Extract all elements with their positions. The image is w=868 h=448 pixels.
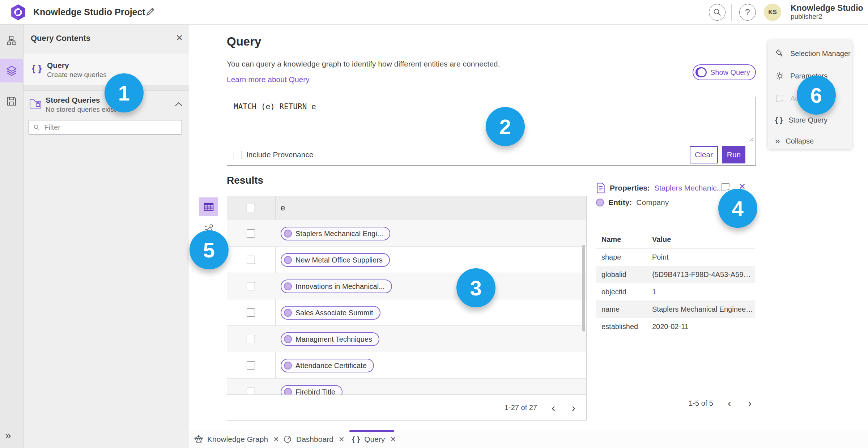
- help-icon[interactable]: ?: [739, 4, 756, 21]
- project-title: Knowledge Studio Project: [33, 7, 145, 17]
- table-row[interactable]: Sales Associate Summit: [227, 299, 586, 326]
- entity-dot-icon: [284, 282, 292, 290]
- table-row[interactable]: Staplers Mechanical Engi...: [227, 220, 586, 247]
- chevron-up-icon[interactable]: [175, 102, 183, 107]
- pagination-range: 1-5 of 5: [689, 399, 713, 408]
- table-row[interactable]: Managment Techniques: [227, 326, 586, 352]
- entity-pill[interactable]: Sales Associate Summit: [281, 306, 380, 320]
- tab-label: Knowledge Graph: [207, 435, 268, 444]
- menu-item-label: Collapse: [786, 137, 814, 145]
- learn-more-link[interactable]: Learn more about Query: [227, 75, 310, 84]
- entity-pill[interactable]: Firebird Title: [281, 385, 342, 394]
- entity-pill[interactable]: New Metal Office Suppliers: [281, 253, 390, 267]
- prev-page-icon[interactable]: ‹: [726, 398, 733, 409]
- show-query-toggle[interactable]: Show Query: [693, 64, 756, 80]
- property-row[interactable]: globalid {5D9B4713-F98D-4A53-A59F-C11...: [596, 266, 755, 283]
- entity-pill[interactable]: Staplers Mechanical Engi...: [281, 227, 390, 240]
- row-checkbox[interactable]: [247, 229, 255, 238]
- property-value: 2020-02-11: [652, 323, 755, 331]
- filter-input[interactable]: [43, 123, 177, 132]
- property-row[interactable]: shape Point: [596, 248, 755, 266]
- menu-item-selection-manager[interactable]: Selection Manager: [768, 46, 852, 61]
- entity-pill[interactable]: Managment Techniques: [281, 332, 379, 346]
- knowledge-graph-icon: [194, 435, 203, 444]
- property-row[interactable]: established 2020-02-11: [596, 318, 755, 335]
- select-all-checkbox[interactable]: [247, 204, 255, 212]
- results-table-header: e: [227, 196, 586, 220]
- dashboard-icon: [283, 435, 292, 444]
- results-table-body: Staplers Mechanical Engi... New Metal Of…: [227, 220, 586, 394]
- edit-title-icon[interactable]: [145, 7, 156, 18]
- entity-dot-icon: [284, 362, 292, 370]
- row-checkbox[interactable]: [247, 308, 255, 317]
- value-column-header: Value: [652, 235, 755, 244]
- left-rail: »: [0, 24, 24, 448]
- table-view-icon[interactable]: [199, 197, 218, 216]
- properties-label: Properties:: [610, 184, 650, 192]
- save-icon[interactable]: [0, 90, 23, 113]
- table-row[interactable]: Innovations in Mechanical...: [227, 273, 586, 299]
- properties-entity-link[interactable]: Staplers Mechanic...: [654, 184, 723, 192]
- row-checkbox[interactable]: [247, 282, 255, 290]
- close-icon[interactable]: ✕: [176, 33, 183, 43]
- properties-table: Name Value shape Point globalid {5D9B471…: [596, 231, 755, 335]
- user-block[interactable]: Knowledge Studio publisher2: [791, 3, 863, 21]
- table-row[interactable]: Attendance Certificate: [227, 352, 586, 379]
- entity-label: Staplers Mechanical Engi...: [295, 230, 383, 238]
- menu-item-label: Store Query: [788, 116, 827, 124]
- page-description: You can query a knowledge graph to ident…: [227, 60, 500, 68]
- row-checkbox[interactable]: [247, 256, 255, 264]
- prev-page-icon[interactable]: ‹: [549, 402, 557, 413]
- next-page-icon[interactable]: ›: [746, 398, 754, 409]
- property-value: Staplers Mechanical Engineering: [652, 305, 755, 313]
- avatar[interactable]: KS: [764, 4, 781, 21]
- clear-button[interactable]: Clear: [690, 146, 718, 163]
- entity-pill[interactable]: Innovations in Mechanical...: [281, 280, 392, 293]
- table-scrollbar[interactable]: [582, 245, 585, 332]
- property-value: Point: [652, 253, 755, 261]
- entity-row: Entity: Company: [596, 198, 669, 207]
- tab-query[interactable]: { } Query ✕: [352, 430, 397, 448]
- close-tab-icon[interactable]: ✕: [272, 435, 280, 444]
- data-model-icon[interactable]: [0, 29, 23, 52]
- tab-knowledge-graph[interactable]: Knowledge Graph ✕: [194, 430, 280, 448]
- run-button[interactable]: Run: [722, 146, 745, 163]
- close-tab-icon[interactable]: ✕: [338, 435, 345, 444]
- row-checkbox[interactable]: [247, 335, 255, 343]
- query-text: MATCH (e) RETURN e: [234, 102, 316, 111]
- results-title: Results: [227, 175, 263, 186]
- callout-5: 5: [190, 230, 229, 269]
- tab-dashboard[interactable]: Dashboard ✕: [283, 430, 345, 448]
- include-provenance-checkbox[interactable]: [234, 151, 242, 159]
- entity-value: Company: [636, 198, 669, 207]
- resize-handle-icon[interactable]: [748, 136, 754, 142]
- row-checkbox[interactable]: [247, 388, 255, 394]
- close-tab-icon[interactable]: ✕: [389, 435, 397, 444]
- menu-item-label: Selection Manager: [790, 50, 851, 58]
- row-checkbox[interactable]: [247, 361, 255, 370]
- properties-table-header: Name Value: [596, 231, 755, 248]
- menu-item-collapse[interactable]: » Collapse: [768, 133, 852, 149]
- property-row[interactable]: objectid 1: [596, 283, 755, 300]
- layers-icon[interactable]: [0, 59, 23, 82]
- selection-manager-icon: [775, 49, 784, 58]
- entity-pill[interactable]: Attendance Certificate: [281, 359, 374, 372]
- tab-label: Query: [364, 435, 385, 444]
- table-row[interactable]: Firebird Title: [227, 379, 586, 394]
- callout-6: 6: [797, 76, 836, 115]
- editor-footer: Include Provenance Clear Run: [227, 144, 756, 165]
- entity-label: New Metal Office Suppliers: [295, 256, 383, 264]
- results-table: e Staplers Mechanical Engi... New Metal …: [227, 196, 587, 421]
- property-value: 1: [652, 288, 755, 296]
- menu-item-store-query[interactable]: { } Store Query: [768, 112, 852, 128]
- callout-4: 4: [718, 189, 757, 228]
- properties-doc-icon: [596, 183, 605, 193]
- expand-rail-icon[interactable]: »: [5, 429, 11, 441]
- next-page-icon[interactable]: ›: [570, 402, 578, 413]
- property-name: globalid: [596, 270, 652, 279]
- search-icon[interactable]: [709, 4, 726, 21]
- property-row[interactable]: name Staplers Mechanical Engineering: [596, 300, 755, 318]
- sidebar-item-query[interactable]: { } Query Create new queries: [23, 54, 189, 85]
- table-row[interactable]: New Metal Office Suppliers: [227, 247, 586, 273]
- gear-icon: [775, 71, 784, 81]
